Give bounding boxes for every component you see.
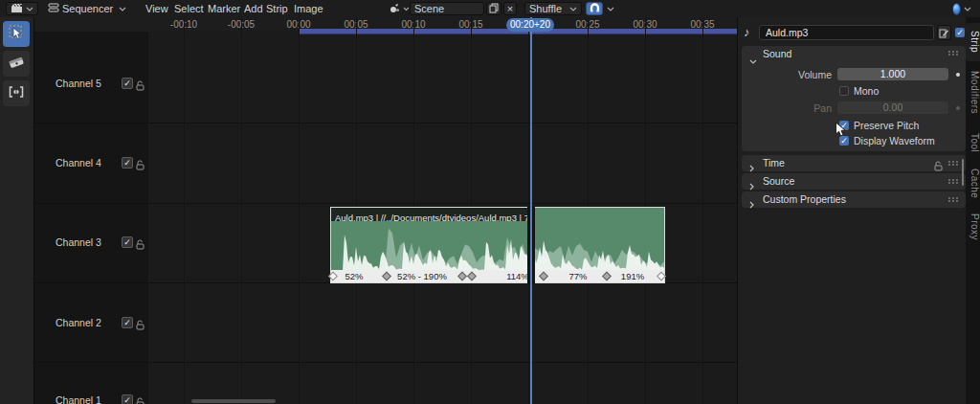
unlink-scene-button[interactable]: ×: [503, 2, 517, 15]
mono-label: Mono: [854, 85, 879, 97]
display-waveform-label: Display Waveform: [854, 135, 935, 146]
mono-checkbox[interactable]: [839, 86, 849, 96]
retiming-speed-label: 114%: [506, 271, 529, 281]
strip-title-bar: Auld.mp3 | //../Documents/dtvideos/Auld.…: [331, 208, 530, 221]
channel-label: Channel 1: [56, 394, 101, 404]
retiming-key-diamond[interactable]: [657, 272, 666, 281]
blender-video-sequencer: Sequencer View Select Marker Add Strip I…: [0, 0, 980, 404]
edit-name-button[interactable]: [937, 25, 951, 40]
blue-sphere-icon: [952, 3, 961, 15]
sequencer-header: Sequencer View Select Marker Add Strip I…: [0, 0, 980, 18]
volume-field[interactable]: 1.000: [837, 68, 948, 80]
channel-label: Channel 5: [56, 78, 101, 89]
mouse-cursor: [835, 122, 848, 138]
strip-name-field[interactable]: Auld.mp3: [759, 25, 934, 40]
channel-unlock-icon[interactable]: [135, 317, 145, 334]
slip-brackets-icon: [8, 85, 25, 102]
retiming-key-diamond[interactable]: [382, 272, 391, 281]
source-panel[interactable]: Source: [742, 173, 966, 190]
editor-selector-dropdown[interactable]: Sequencer: [43, 2, 131, 15]
retiming-bar[interactable]: 52% 52% - 190% 114% 77% 191%: [331, 270, 664, 282]
retiming-speed-label: 191%: [621, 271, 644, 281]
retiming-key-diamond[interactable]: [602, 272, 612, 281]
blade-tool-button[interactable]: [3, 51, 30, 77]
magnet-icon: [590, 3, 600, 15]
panel-grip-icon[interactable]: [948, 197, 950, 199]
channel-unlock-icon[interactable]: [135, 78, 145, 95]
channel-row: Channel 4 ✓: [33, 156, 148, 169]
tab-strip[interactable]: Strip: [966, 23, 980, 61]
channel-unlock-icon[interactable]: [135, 394, 145, 404]
time-panel[interactable]: Time: [742, 155, 966, 171]
retiming-speed-label: 52% - 190%: [397, 271, 447, 281]
current-frame-badge[interactable]: 00:20+20: [506, 18, 554, 32]
sidebar-region: ♪ Auld.mp3 ✓ Sound Volume 1.000 Mono Pan…: [737, 17, 967, 404]
custom-properties-panel[interactable]: Custom Properties: [742, 191, 966, 208]
volume-label: Volume: [746, 69, 832, 80]
channel-unlock-icon[interactable]: [135, 157, 145, 174]
channel-label: Channel 4: [56, 157, 101, 168]
retiming-key-diamond[interactable]: [467, 272, 477, 281]
channel-label: Channel 3: [56, 236, 101, 248]
retiming-speed-label: 77%: [568, 271, 587, 281]
pan-keyframe-dot[interactable]: [956, 106, 960, 110]
clapperboard-icon: [11, 3, 23, 15]
snap-options-chevron[interactable]: [605, 2, 616, 15]
channel-label: Channel 2: [56, 317, 101, 328]
pan-field[interactable]: 0.00: [837, 101, 948, 114]
editor-type-button[interactable]: [6, 2, 38, 15]
sound-panel-title[interactable]: Sound: [763, 48, 791, 59]
new-scene-button[interactable]: [486, 2, 501, 15]
select-tool-button[interactable]: [3, 21, 30, 47]
chevron-down-icon: [607, 7, 614, 11]
strip-title-text: Auld.mp3 | //../Documents/dtvideos/Auld.…: [331, 212, 530, 221]
tab-cache[interactable]: Cache: [966, 163, 980, 205]
channel-row: Channel 3 ✓: [33, 236, 148, 249]
time-panel-title: Time: [763, 157, 785, 168]
retiming-key-diamond[interactable]: [457, 272, 467, 281]
duplicate-icon: [489, 3, 499, 15]
music-note-icon: ♪: [744, 25, 750, 39]
channel-selector-dropdown[interactable]: Shuffle: [524, 2, 582, 15]
scene-icon: [390, 3, 400, 15]
channel-visibility-checkbox[interactable]: ✓: [122, 317, 133, 328]
chevron-down-icon[interactable]: [749, 51, 757, 68]
playhead-line[interactable]: [530, 17, 532, 404]
channel-selector-value: Shuffle: [529, 3, 562, 14]
channel-row: Channel 1 ✓: [33, 393, 148, 404]
overlay-sphere-button[interactable]: [947, 2, 976, 15]
channel-row: Channel 5 ✓: [33, 77, 148, 90]
panel-grip-icon[interactable]: [948, 161, 950, 163]
pan-label: Pan: [746, 102, 832, 114]
channel-visibility-checkbox[interactable]: ✓: [122, 394, 133, 404]
scene-name-value: Scene: [414, 3, 444, 14]
source-panel-title: Source: [763, 175, 794, 187]
panel-grip-icon[interactable]: [948, 179, 950, 181]
audio-strip[interactable]: Auld.mp3 | //../Documents/dtvideos/Auld.…: [330, 207, 665, 283]
channel-unlock-icon[interactable]: [135, 236, 145, 254]
blade-icon: [8, 55, 25, 74]
slip-tool-button[interactable]: [3, 80, 30, 106]
custom-properties-panel-title: Custom Properties: [763, 193, 846, 205]
channel-visibility-checkbox[interactable]: ✓: [122, 157, 133, 168]
scene-name-field[interactable]: Scene: [410, 2, 484, 15]
strip-enabled-checkbox[interactable]: ✓: [955, 28, 965, 37]
retiming-key-diamond[interactable]: [539, 272, 548, 281]
snap-toggle-button[interactable]: [586, 2, 603, 15]
chevron-down-icon: [569, 7, 577, 11]
panel-grip-icon[interactable]: [948, 51, 950, 53]
channel-visibility-checkbox[interactable]: ✓: [122, 78, 133, 89]
tab-tool[interactable]: Tool: [966, 124, 980, 161]
scene-browse-button[interactable]: [385, 2, 406, 15]
audio-waveform: [331, 221, 664, 271]
horizontal-scrollbar[interactable]: [191, 399, 276, 403]
volume-keyframe-dot[interactable]: [956, 73, 960, 77]
retiming-speed-label: 52%: [345, 271, 363, 281]
menu-image[interactable]: Image: [288, 0, 329, 17]
sidebar-scrollbar[interactable]: [962, 159, 964, 186]
tab-proxy[interactable]: Proxy: [966, 207, 980, 247]
retiming-key-diamond[interactable]: [328, 272, 338, 281]
chevron-down-icon: [964, 7, 971, 11]
channel-visibility-checkbox[interactable]: ✓: [122, 236, 133, 248]
tab-modifiers[interactable]: Modifiers: [966, 63, 980, 123]
